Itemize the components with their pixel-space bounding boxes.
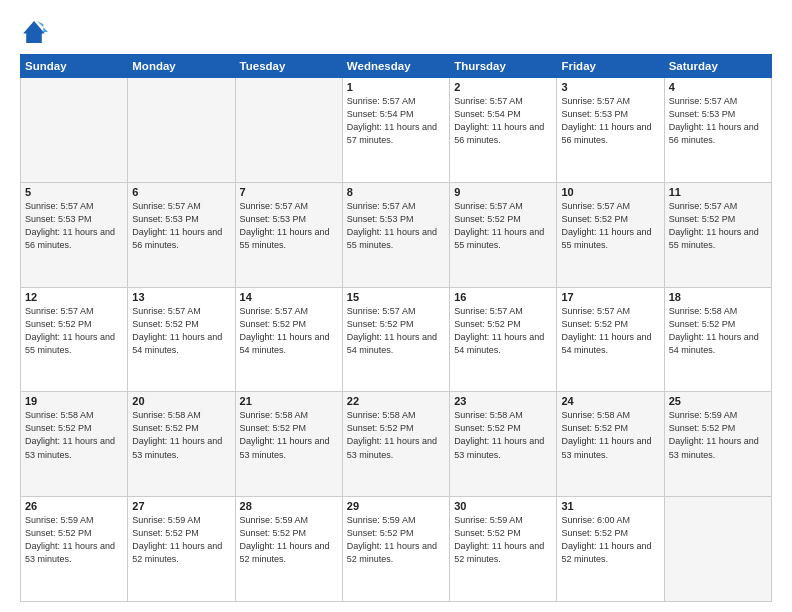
day-info: Sunrise: 5:57 AMSunset: 5:52 PMDaylight:… (669, 200, 767, 252)
calendar-cell: 24Sunrise: 5:58 AMSunset: 5:52 PMDayligh… (557, 392, 664, 497)
weekday-header: Sunday (21, 55, 128, 78)
calendar-cell: 31Sunrise: 6:00 AMSunset: 5:52 PMDayligh… (557, 497, 664, 602)
weekday-header: Tuesday (235, 55, 342, 78)
calendar-week-row: 1Sunrise: 5:57 AMSunset: 5:54 PMDaylight… (21, 78, 772, 183)
calendar-cell: 18Sunrise: 5:58 AMSunset: 5:52 PMDayligh… (664, 287, 771, 392)
calendar-cell: 16Sunrise: 5:57 AMSunset: 5:52 PMDayligh… (450, 287, 557, 392)
day-info: Sunrise: 5:57 AMSunset: 5:54 PMDaylight:… (347, 95, 445, 147)
calendar-cell: 5Sunrise: 5:57 AMSunset: 5:53 PMDaylight… (21, 182, 128, 287)
calendar-cell (128, 78, 235, 183)
day-number: 25 (669, 395, 767, 407)
day-number: 31 (561, 500, 659, 512)
calendar-cell: 11Sunrise: 5:57 AMSunset: 5:52 PMDayligh… (664, 182, 771, 287)
day-info: Sunrise: 5:58 AMSunset: 5:52 PMDaylight:… (347, 409, 445, 461)
day-info: Sunrise: 5:57 AMSunset: 5:53 PMDaylight:… (25, 200, 123, 252)
day-number: 8 (347, 186, 445, 198)
calendar-cell: 19Sunrise: 5:58 AMSunset: 5:52 PMDayligh… (21, 392, 128, 497)
day-info: Sunrise: 5:57 AMSunset: 5:52 PMDaylight:… (561, 305, 659, 357)
day-info: Sunrise: 5:57 AMSunset: 5:53 PMDaylight:… (240, 200, 338, 252)
header (20, 18, 772, 46)
day-number: 6 (132, 186, 230, 198)
calendar-cell: 6Sunrise: 5:57 AMSunset: 5:53 PMDaylight… (128, 182, 235, 287)
calendar-cell: 29Sunrise: 5:59 AMSunset: 5:52 PMDayligh… (342, 497, 449, 602)
day-number: 16 (454, 291, 552, 303)
day-info: Sunrise: 5:57 AMSunset: 5:52 PMDaylight:… (347, 305, 445, 357)
weekday-header: Friday (557, 55, 664, 78)
day-info: Sunrise: 5:57 AMSunset: 5:52 PMDaylight:… (240, 305, 338, 357)
calendar-cell: 8Sunrise: 5:57 AMSunset: 5:53 PMDaylight… (342, 182, 449, 287)
day-info: Sunrise: 5:59 AMSunset: 5:52 PMDaylight:… (132, 514, 230, 566)
calendar-cell: 15Sunrise: 5:57 AMSunset: 5:52 PMDayligh… (342, 287, 449, 392)
calendar-cell: 1Sunrise: 5:57 AMSunset: 5:54 PMDaylight… (342, 78, 449, 183)
day-number: 17 (561, 291, 659, 303)
day-info: Sunrise: 5:58 AMSunset: 5:52 PMDaylight:… (132, 409, 230, 461)
day-info: Sunrise: 5:59 AMSunset: 5:52 PMDaylight:… (240, 514, 338, 566)
calendar-cell: 23Sunrise: 5:58 AMSunset: 5:52 PMDayligh… (450, 392, 557, 497)
calendar-cell: 21Sunrise: 5:58 AMSunset: 5:52 PMDayligh… (235, 392, 342, 497)
day-number: 1 (347, 81, 445, 93)
weekday-header: Saturday (664, 55, 771, 78)
logo-icon (20, 18, 48, 46)
day-number: 30 (454, 500, 552, 512)
calendar-table: SundayMondayTuesdayWednesdayThursdayFrid… (20, 54, 772, 602)
logo (20, 18, 52, 46)
day-number: 26 (25, 500, 123, 512)
day-number: 29 (347, 500, 445, 512)
calendar-cell: 17Sunrise: 5:57 AMSunset: 5:52 PMDayligh… (557, 287, 664, 392)
calendar-cell: 14Sunrise: 5:57 AMSunset: 5:52 PMDayligh… (235, 287, 342, 392)
weekday-header: Monday (128, 55, 235, 78)
day-info: Sunrise: 5:58 AMSunset: 5:52 PMDaylight:… (454, 409, 552, 461)
day-number: 15 (347, 291, 445, 303)
day-number: 21 (240, 395, 338, 407)
calendar-week-row: 12Sunrise: 5:57 AMSunset: 5:52 PMDayligh… (21, 287, 772, 392)
weekday-header: Thursday (450, 55, 557, 78)
day-number: 27 (132, 500, 230, 512)
day-number: 11 (669, 186, 767, 198)
calendar-cell (664, 497, 771, 602)
calendar-cell: 30Sunrise: 5:59 AMSunset: 5:52 PMDayligh… (450, 497, 557, 602)
calendar-cell: 13Sunrise: 5:57 AMSunset: 5:52 PMDayligh… (128, 287, 235, 392)
day-info: Sunrise: 5:57 AMSunset: 5:54 PMDaylight:… (454, 95, 552, 147)
day-number: 24 (561, 395, 659, 407)
day-number: 2 (454, 81, 552, 93)
day-info: Sunrise: 5:58 AMSunset: 5:52 PMDaylight:… (669, 305, 767, 357)
calendar-cell: 28Sunrise: 5:59 AMSunset: 5:52 PMDayligh… (235, 497, 342, 602)
day-number: 3 (561, 81, 659, 93)
day-info: Sunrise: 6:00 AMSunset: 5:52 PMDaylight:… (561, 514, 659, 566)
calendar-cell: 7Sunrise: 5:57 AMSunset: 5:53 PMDaylight… (235, 182, 342, 287)
day-number: 22 (347, 395, 445, 407)
calendar-cell (235, 78, 342, 183)
calendar-cell: 27Sunrise: 5:59 AMSunset: 5:52 PMDayligh… (128, 497, 235, 602)
day-info: Sunrise: 5:57 AMSunset: 5:52 PMDaylight:… (132, 305, 230, 357)
page: SundayMondayTuesdayWednesdayThursdayFrid… (0, 0, 792, 612)
day-number: 9 (454, 186, 552, 198)
calendar-cell: 20Sunrise: 5:58 AMSunset: 5:52 PMDayligh… (128, 392, 235, 497)
calendar-cell (21, 78, 128, 183)
day-number: 14 (240, 291, 338, 303)
day-number: 19 (25, 395, 123, 407)
calendar-cell: 22Sunrise: 5:58 AMSunset: 5:52 PMDayligh… (342, 392, 449, 497)
calendar-cell: 10Sunrise: 5:57 AMSunset: 5:52 PMDayligh… (557, 182, 664, 287)
calendar-cell: 2Sunrise: 5:57 AMSunset: 5:54 PMDaylight… (450, 78, 557, 183)
day-info: Sunrise: 5:57 AMSunset: 5:52 PMDaylight:… (454, 305, 552, 357)
calendar-header-row: SundayMondayTuesdayWednesdayThursdayFrid… (21, 55, 772, 78)
day-info: Sunrise: 5:58 AMSunset: 5:52 PMDaylight:… (240, 409, 338, 461)
day-info: Sunrise: 5:57 AMSunset: 5:52 PMDaylight:… (25, 305, 123, 357)
day-info: Sunrise: 5:59 AMSunset: 5:52 PMDaylight:… (347, 514, 445, 566)
day-number: 4 (669, 81, 767, 93)
day-number: 5 (25, 186, 123, 198)
day-info: Sunrise: 5:59 AMSunset: 5:52 PMDaylight:… (25, 514, 123, 566)
day-number: 20 (132, 395, 230, 407)
day-info: Sunrise: 5:57 AMSunset: 5:52 PMDaylight:… (561, 200, 659, 252)
calendar-cell: 26Sunrise: 5:59 AMSunset: 5:52 PMDayligh… (21, 497, 128, 602)
day-number: 7 (240, 186, 338, 198)
day-info: Sunrise: 5:57 AMSunset: 5:52 PMDaylight:… (454, 200, 552, 252)
day-number: 18 (669, 291, 767, 303)
day-number: 12 (25, 291, 123, 303)
day-number: 10 (561, 186, 659, 198)
day-info: Sunrise: 5:57 AMSunset: 5:53 PMDaylight:… (561, 95, 659, 147)
day-info: Sunrise: 5:57 AMSunset: 5:53 PMDaylight:… (347, 200, 445, 252)
day-number: 13 (132, 291, 230, 303)
calendar-week-row: 26Sunrise: 5:59 AMSunset: 5:52 PMDayligh… (21, 497, 772, 602)
day-info: Sunrise: 5:58 AMSunset: 5:52 PMDaylight:… (25, 409, 123, 461)
